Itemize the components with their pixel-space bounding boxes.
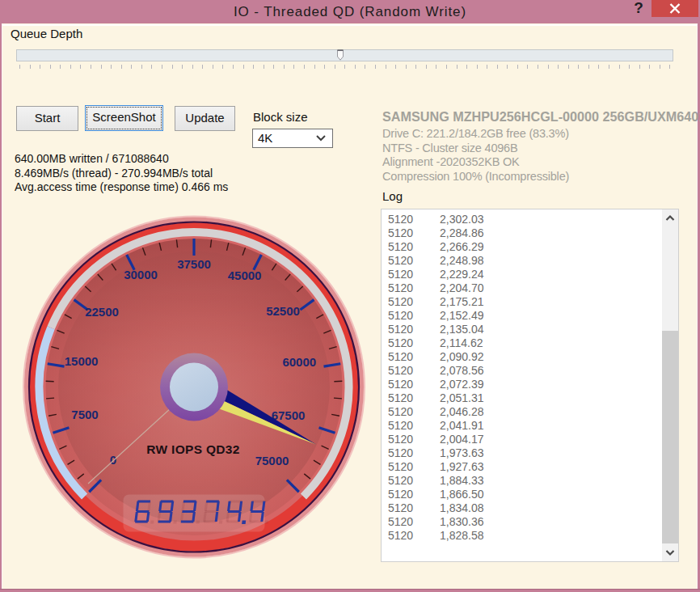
svg-text:60000: 60000 — [282, 355, 316, 369]
svg-text:0: 0 — [110, 453, 116, 467]
svg-text:RW IOPS QD32: RW IOPS QD32 — [146, 442, 239, 456]
svg-text:52500: 52500 — [266, 304, 300, 318]
svg-text:37500: 37500 — [177, 257, 211, 271]
svg-text:15000: 15000 — [65, 354, 99, 368]
svg-text:30000: 30000 — [124, 268, 158, 281]
svg-text:75000: 75000 — [255, 454, 289, 467]
svg-text:7500: 7500 — [71, 408, 98, 421]
svg-text:45000: 45000 — [228, 269, 262, 282]
svg-text:22500: 22500 — [85, 305, 119, 319]
